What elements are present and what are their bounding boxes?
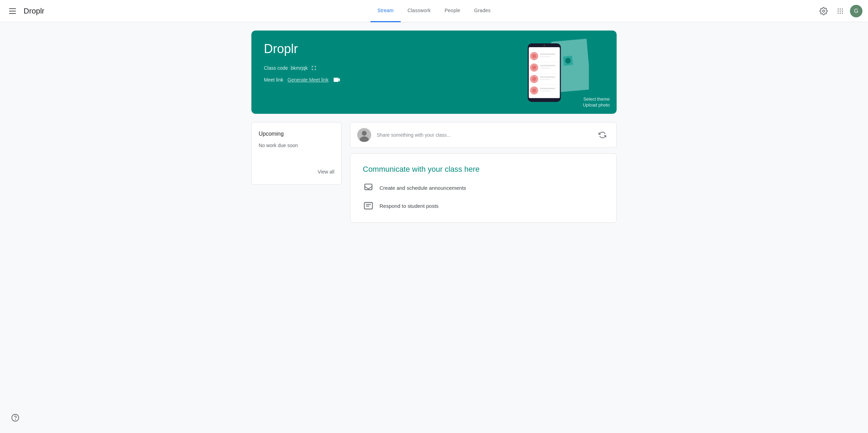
user-avatar-button[interactable]: G — [850, 5, 862, 17]
svg-rect-34 — [540, 76, 555, 78]
svg-point-38 — [532, 88, 536, 93]
generate-meet-link-button[interactable]: Generate Meet link — [287, 77, 328, 83]
meet-link-row: Meet link Generate Meet link — [264, 76, 341, 84]
meet-video-button[interactable] — [333, 76, 341, 84]
hero-illustration — [512, 34, 589, 114]
svg-point-23 — [532, 54, 536, 58]
tab-grades[interactable]: Grades — [467, 0, 498, 22]
class-code-row: Class code bkmrjqk — [264, 65, 341, 71]
svg-point-8 — [840, 12, 841, 14]
meet-link-label: Meet link — [264, 77, 283, 83]
no-work-text: No work due soon — [259, 143, 334, 162]
svg-point-4 — [838, 10, 839, 11]
svg-point-2 — [840, 8, 841, 9]
svg-point-1 — [838, 8, 839, 9]
header: Droplr Stream Classwork People Grades — [0, 0, 868, 22]
apps-grid-button[interactable] — [833, 4, 847, 18]
svg-rect-40 — [540, 91, 551, 92]
meet-video-icon — [333, 76, 341, 84]
svg-point-28 — [532, 66, 536, 70]
feed: Share something with your class... Commu… — [350, 122, 617, 223]
svg-point-6 — [842, 10, 843, 11]
svg-point-3 — [842, 8, 843, 9]
svg-point-7 — [838, 12, 839, 14]
hamburger-menu-button[interactable] — [6, 4, 19, 18]
hamburger-line-1 — [9, 8, 16, 9]
settings-button[interactable] — [817, 4, 831, 18]
help-button[interactable] — [8, 411, 22, 425]
svg-point-41 — [543, 44, 545, 46]
class-title: Droplr — [264, 42, 341, 56]
communicate-item-announcements: Create and schedule announcements — [363, 182, 604, 193]
upload-photo-button[interactable]: Upload photo — [583, 102, 610, 108]
view-all-button[interactable]: View all — [259, 168, 334, 176]
svg-rect-25 — [540, 56, 551, 57]
announcements-label: Create and schedule announcements — [379, 185, 466, 191]
gear-icon — [819, 7, 828, 15]
hamburger-line-2 — [9, 11, 16, 11]
svg-rect-29 — [540, 65, 555, 66]
svg-point-9 — [842, 12, 843, 14]
announcements-icon — [363, 182, 374, 193]
share-input[interactable]: Share something with your class... — [377, 131, 590, 139]
apps-grid-icon — [836, 7, 844, 15]
svg-point-49 — [12, 414, 19, 421]
upcoming-title: Upcoming — [259, 131, 334, 137]
class-code-label: Class code — [264, 65, 288, 71]
refresh-icon — [599, 131, 606, 139]
header-right: G — [793, 4, 862, 18]
svg-point-0 — [823, 10, 825, 12]
communicate-item-student-posts: Respond to student posts — [363, 200, 604, 211]
svg-point-33 — [532, 77, 536, 81]
select-theme-button[interactable]: Select theme — [583, 96, 610, 102]
svg-point-43 — [362, 131, 367, 136]
share-box: Share something with your class... — [350, 122, 617, 148]
student-posts-label: Respond to student posts — [379, 203, 439, 209]
header-nav: Stream Classwork People Grades — [75, 0, 793, 22]
svg-rect-35 — [540, 79, 551, 80]
help-icon — [11, 414, 19, 422]
svg-rect-46 — [364, 203, 372, 209]
communicate-items-list: Create and schedule announcements Respon… — [363, 182, 604, 211]
main-content: Droplr Class code bkmrjqk Meet link Gene… — [243, 22, 625, 223]
communicate-card: Communicate with your class here Create … — [350, 153, 617, 223]
sidebar: Upcoming No work due soon View all — [251, 122, 342, 185]
svg-rect-24 — [540, 53, 555, 55]
expand-icon — [310, 65, 317, 71]
default-avatar-icon — [357, 128, 371, 142]
communicate-title: Communicate with your class here — [363, 165, 604, 174]
hero-corner-actions: Select theme Upload photo — [583, 96, 610, 108]
svg-rect-39 — [540, 88, 555, 89]
header-left: Droplr — [6, 4, 75, 18]
lower-area: Upcoming No work due soon View all Share… — [251, 122, 617, 223]
expand-code-button[interactable] — [310, 65, 317, 71]
share-refresh-button[interactable] — [595, 128, 609, 142]
app-title: Droplr — [24, 7, 44, 16]
tab-stream[interactable]: Stream — [370, 0, 401, 22]
upcoming-card: Upcoming No work due soon View all — [251, 122, 342, 185]
share-avatar — [357, 128, 371, 142]
svg-rect-30 — [540, 68, 551, 69]
hero-content: Droplr Class code bkmrjqk Meet link Gene… — [264, 42, 341, 84]
hero-banner: Droplr Class code bkmrjqk Meet link Gene… — [251, 31, 617, 114]
svg-point-5 — [840, 10, 841, 11]
tab-classwork[interactable]: Classwork — [401, 0, 438, 22]
tab-people[interactable]: People — [437, 0, 467, 22]
hamburger-line-3 — [9, 13, 16, 14]
class-code-value: bkmrjqk — [291, 65, 308, 71]
student-posts-icon — [363, 200, 374, 211]
